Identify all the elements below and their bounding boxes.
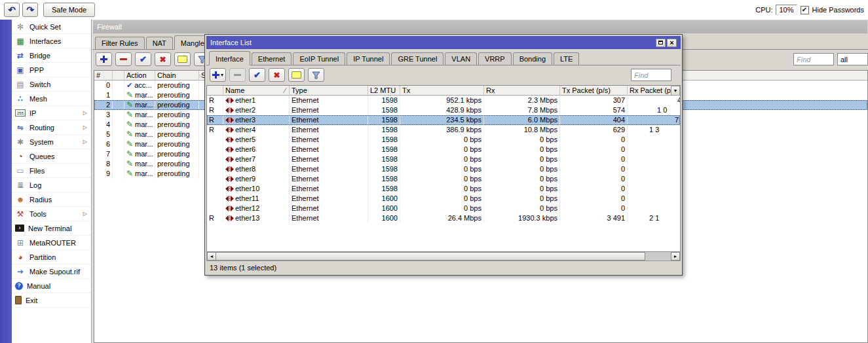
sidebar-item-partition[interactable]: Partition [12, 250, 91, 264]
sidebar-item-switch[interactable]: Switch [12, 77, 91, 92]
enable-interface-button[interactable] [249, 68, 265, 82]
interface-find-input[interactable] [631, 69, 671, 81]
interface-tab-ethernet[interactable]: Ethernet [252, 52, 292, 65]
sidebar-item-ppp[interactable]: PPP [12, 63, 91, 77]
interface-row-ether1[interactable]: Rether1Ethernet1598952.1 kbps2.3 Mbps307… [207, 96, 680, 105]
sidebar-item-make-supout-rif[interactable]: Make Supout.rif [12, 264, 91, 279]
disable-interface-button[interactable] [269, 68, 285, 82]
interface-row-ether11[interactable]: ether11Ethernet16000 bps0 bps0 [207, 194, 680, 204]
firewall-filter-select[interactable]: all [837, 53, 868, 65]
close-button[interactable]: × [667, 39, 677, 47]
scrollbar-track[interactable] [645, 252, 671, 261]
column-header[interactable]: Action [124, 71, 155, 81]
interface-list-titlebar[interactable]: Interface List × [206, 36, 681, 49]
firewall-titlebar[interactable]: Firewall [93, 20, 867, 33]
name-cell: ether6 [223, 145, 290, 154]
interface-row-ether3[interactable]: Rether3Ethernet1598234.5 kbps6.0 Mbps404… [207, 115, 680, 125]
interface-tab-eoip-tunnel[interactable]: EoIP Tunnel [293, 52, 345, 65]
remove-interface-button[interactable] [229, 68, 246, 82]
safe-mode-button[interactable]: Safe Mode [43, 3, 95, 17]
add-interface-button[interactable]: ▾ [210, 68, 226, 82]
x-icon [273, 70, 280, 80]
sidebar-item-label: PPP [29, 66, 87, 74]
rx-cell: 0 bps [484, 154, 560, 164]
interface-row-ether7[interactable]: ether7Ethernet15980 bps0 bps0 [207, 154, 680, 164]
firewall-tab-filter-rules[interactable]: Filter Rules [95, 37, 145, 49]
interface-row-ether4[interactable]: Rether4Ethernet1598386.9 kbps10.8 Mbps62… [207, 125, 680, 135]
remove-rule-button[interactable] [115, 52, 132, 66]
funnel-icon [312, 71, 320, 79]
l2mtu-cell: 1600 [368, 194, 400, 204]
interface-row-ether10[interactable]: ether10Ethernet15980 bps0 bps0 [207, 184, 680, 194]
sidebar-item-metarouter[interactable]: MetaROUTER [12, 236, 91, 250]
interface-tab-lte[interactable]: LTE [554, 52, 579, 65]
sidebar-item-files[interactable]: Files [12, 164, 91, 178]
interface-tab-ip-tunnel[interactable]: IP Tunnel [347, 52, 390, 65]
scrollbar-thumb[interactable] [216, 252, 645, 261]
interface-tab-interface[interactable]: Interface [209, 51, 250, 65]
sidebar-menu: Quick SetInterfacesBridgePPPSwitchMesh25… [12, 20, 91, 343]
column-header[interactable]: L2 MTU [368, 86, 400, 96]
comment-button[interactable] [288, 68, 305, 82]
mark-icon [126, 110, 133, 120]
column-header[interactable]: Chain [155, 71, 199, 81]
scroll-right-button[interactable]: ► [671, 252, 680, 261]
undo-button[interactable]: ↶ [4, 3, 20, 17]
interface-row-ether12[interactable]: ether12Ethernet16000 bps0 bps0 [207, 204, 680, 213]
rx-cell: 0 bps [484, 145, 560, 154]
sidebar-item-manual[interactable]: Manual [12, 279, 91, 293]
interface-row-ether5[interactable]: ether5Ethernet15980 bps0 bps0 [207, 135, 680, 145]
flag-cell: R [207, 125, 223, 135]
sidebar-item-ip[interactable]: 255IP▷ [12, 106, 91, 120]
interface-icon [225, 156, 234, 162]
sidebar-item-new-terminal[interactable]: New Terminal [12, 221, 91, 236]
column-header[interactable]: Tx Packet (p/s) [560, 86, 628, 96]
interface-row-ether8[interactable]: ether8Ethernet15980 bps0 bps0 [207, 164, 680, 174]
column-header[interactable] [113, 71, 124, 81]
column-header[interactable] [207, 86, 223, 96]
redo-arrow-icon: ↷ [26, 5, 34, 15]
interface-row-ether2[interactable]: Rether2Ethernet1598428.9 kbps7.8 Mbps574… [207, 105, 680, 115]
enable-rule-button[interactable] [135, 52, 151, 66]
firewall-find-input[interactable] [793, 53, 834, 65]
scroll-left-button[interactable]: ◄ [207, 252, 216, 261]
column-header[interactable]: Name∕ [223, 86, 290, 96]
rule-number: 2 [94, 100, 113, 110]
disable-rule-button[interactable] [155, 52, 171, 66]
sidebar-item-tools[interactable]: Tools▷ [12, 207, 91, 221]
sidebar-item-interfaces[interactable]: Interfaces [12, 34, 91, 48]
column-header[interactable]: Type [290, 86, 368, 96]
interface-row-ether9[interactable]: ether9Ethernet15980 bps0 bps0 [207, 174, 680, 184]
routing-icon [15, 123, 26, 132]
mark-icon [126, 90, 133, 100]
sidebar-item-routing[interactable]: Routing▷ [12, 120, 91, 135]
sidebar-item-queues[interactable]: Queues [12, 149, 91, 164]
column-selector-button[interactable]: ▼ [671, 86, 680, 96]
sidebar-item-quick-set[interactable]: Quick Set [12, 20, 91, 34]
hide-passwords-checkbox[interactable]: ✔ [801, 6, 809, 14]
interface-tab-vrrp[interactable]: VRRP [478, 52, 512, 65]
interface-row-ether13[interactable]: Rether13Ethernet160026.4 Mbps1930.3 kbps… [207, 213, 680, 223]
interface-tab-gre-tunnel[interactable]: GRE Tunnel [391, 52, 443, 65]
sidebar-item-log[interactable]: Log [12, 178, 91, 192]
interface-row-ether6[interactable]: ether6Ethernet15980 bps0 bps0 [207, 145, 680, 154]
sidebar-item-bridge[interactable]: Bridge [12, 48, 91, 63]
comment-button[interactable] [174, 52, 191, 66]
filter-button[interactable] [308, 68, 324, 82]
interface-tab-vlan[interactable]: VLAN [445, 52, 477, 65]
sidebar-item-radius[interactable]: Radius [12, 192, 91, 207]
maximize-button[interactable] [656, 39, 666, 47]
column-header[interactable]: Rx [484, 86, 560, 96]
column-header[interactable]: Tx [400, 86, 484, 96]
sidebar-item-mesh[interactable]: Mesh [12, 92, 91, 106]
column-header[interactable]: # [94, 71, 113, 81]
firewall-tab-nat[interactable]: NAT [146, 37, 173, 49]
sidebar-item-exit[interactable]: Exit [12, 293, 91, 308]
type-cell: Ethernet [290, 204, 368, 213]
redo-button[interactable]: ↷ [22, 3, 38, 17]
sidebar-item-system[interactable]: System▷ [12, 135, 91, 149]
comment-icon [178, 56, 187, 63]
add-rule-button[interactable] [96, 52, 112, 66]
undo-arrow-icon: ↶ [8, 5, 16, 15]
interface-tab-bonding[interactable]: Bonding [513, 52, 552, 65]
